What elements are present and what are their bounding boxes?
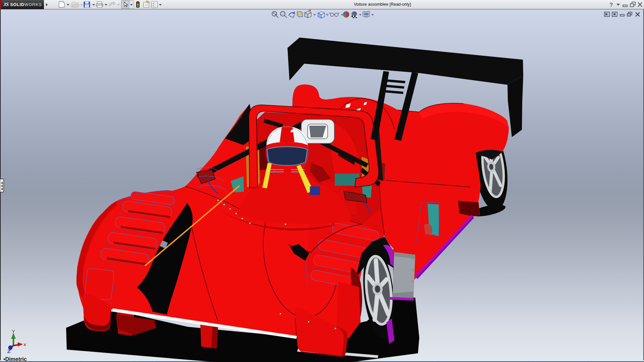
svg-text:•Dimetric: •Dimetric (3, 356, 27, 362)
